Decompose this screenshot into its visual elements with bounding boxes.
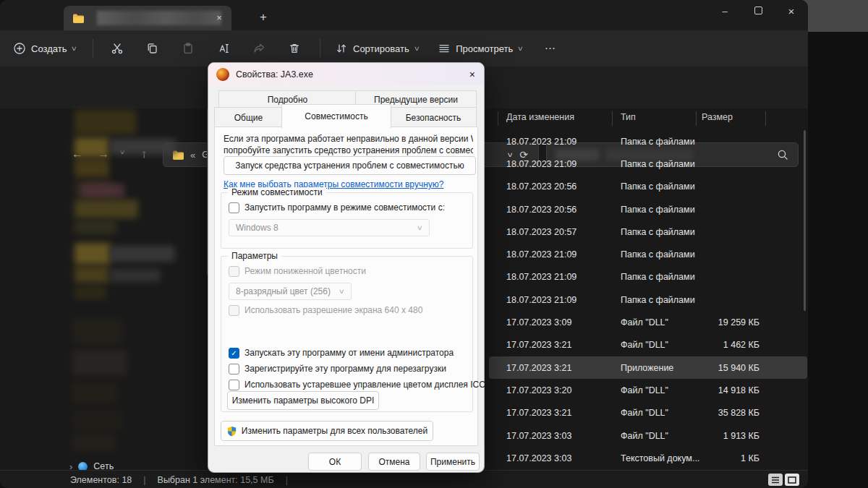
details-view-icon[interactable] <box>768 474 783 486</box>
ok-button[interactable]: ОК <box>308 453 362 471</box>
cancel-button[interactable]: Отмена <box>368 453 420 471</box>
sidebar-censored-item <box>75 200 138 218</box>
selection-info: Выбран 1 элемент: 15,5 МБ <box>158 475 274 485</box>
column-header-size[interactable]: Размер <box>702 112 733 122</box>
all-users-button[interactable]: Изменить параметры для всех пользователе… <box>221 421 433 441</box>
cell-size: 1 КБ <box>702 453 760 463</box>
cell-type: Папка с файлами <box>621 159 702 169</box>
cell-date: 17.07.2023 3:03 <box>506 453 621 463</box>
legacy-icc-checkbox-row[interactable]: Использовать устаревшее управление цвето… <box>229 379 485 390</box>
table-row[interactable]: 17.07.2023 3:09Файл "DLL"19 259 КБ <box>489 311 807 333</box>
minimize-icon[interactable]: – <box>718 6 731 17</box>
title-bar: × + – × <box>0 0 808 30</box>
table-row[interactable]: 18.07.2023 21:09Папка с файлами <box>489 130 807 153</box>
folder-icon <box>72 13 85 23</box>
intro-text-line2: попробуйте запустить средство устранения… <box>224 145 473 156</box>
tab-title-censored <box>97 11 221 25</box>
table-row[interactable]: 17.07.2023 3:21Файл "DLL"35 828 КБ <box>489 402 807 424</box>
table-row[interactable]: 18.07.2023 20:56Папка с файлами <box>489 198 807 221</box>
cell-date: 18.07.2023 21:09 <box>506 295 621 305</box>
copy-icon[interactable] <box>146 42 159 55</box>
run-in-compat-checkbox-row[interactable]: Запустить программу в режиме совместимос… <box>229 202 445 213</box>
table-row[interactable]: 17.07.2023 3:21Приложение15 940 КБ <box>489 356 807 379</box>
dpi-settings-button[interactable]: Изменить параметры высокого DPI <box>227 391 379 410</box>
cell-date: 18.07.2023 21:09 <box>506 159 621 169</box>
new-tab-button[interactable]: + <box>255 9 272 26</box>
table-row[interactable]: 18.07.2023 20:56Папка с файлами <box>489 176 807 198</box>
table-row[interactable]: 18.07.2023 21:09Папка с файлами <box>489 153 807 175</box>
dialog-close-icon[interactable]: × <box>469 69 475 80</box>
table-row[interactable]: 18.07.2023 21:09Папка с файлами <box>489 243 807 265</box>
sidebar-censored-item <box>75 266 109 283</box>
screen: × + – × Создать ∨ <box>0 0 868 488</box>
chevron-down-icon: ∨ <box>339 288 345 295</box>
column-header-type[interactable]: Тип <box>621 112 636 122</box>
checkbox-unchecked[interactable] <box>229 305 239 316</box>
sidebar-censored-item <box>110 139 176 155</box>
sidebar-censored-item <box>75 243 111 265</box>
thumbnails-view-icon[interactable] <box>785 474 799 486</box>
maximize-icon[interactable] <box>752 6 765 17</box>
sidebar-censored-item <box>81 184 124 198</box>
checkbox-unchecked[interactable] <box>229 202 239 213</box>
view-button[interactable]: Просмотреть ∨ <box>438 42 523 55</box>
tab-close-icon[interactable]: × <box>213 12 226 25</box>
cell-type: Папка с файлами <box>621 249 702 260</box>
chevron-down-icon: ∨ <box>417 224 423 231</box>
sidebar-censored-item <box>72 409 123 431</box>
column-separator[interactable] <box>765 111 766 126</box>
sidebar-censored-item <box>110 246 175 262</box>
cell-size: 15 940 КБ <box>702 363 760 373</box>
share-icon[interactable] <box>252 42 265 55</box>
cell-type: Папка с файлами <box>621 227 702 237</box>
cut-icon[interactable] <box>111 42 124 55</box>
more-icon[interactable]: ⋯ <box>545 42 556 55</box>
table-row[interactable]: 17.07.2023 3:21Файл "DLL"1 462 КБ <box>489 334 807 356</box>
list-scrollbar[interactable] <box>804 130 806 311</box>
register-restart-checkbox-row[interactable]: Зарегистрируйте эту программу для переза… <box>229 363 446 374</box>
window-close-icon[interactable]: × <box>785 5 798 17</box>
checkbox-unchecked[interactable] <box>229 380 239 390</box>
app-icon <box>216 68 229 81</box>
tab-compatibility[interactable]: Совместимость <box>281 104 391 128</box>
checkbox-unchecked[interactable] <box>229 364 239 374</box>
rename-icon[interactable] <box>217 42 230 55</box>
table-row[interactable]: 18.07.2023 20:57Папка с файлами <box>489 221 807 243</box>
reduced-color-checkbox-row[interactable]: Режим пониженной цветности <box>229 265 366 277</box>
apply-button[interactable]: Применить <box>426 453 480 471</box>
table-row[interactable]: 17.07.2023 3:03Файл "DLL"1 913 КБ <box>489 424 807 447</box>
tab-general[interactable]: Общие <box>214 107 283 128</box>
dialog-title-bar[interactable]: Свойства: JA3.exe × <box>208 63 484 85</box>
troubleshoot-button[interactable]: Запуск средства устранения проблем с сов… <box>224 156 476 175</box>
color-depth-dropdown[interactable]: 8-разрядный цвет (256) ∨ <box>229 283 352 300</box>
sidebar-censored-item <box>72 350 127 376</box>
cell-type: Файл "DLL" <box>621 385 702 395</box>
column-separator[interactable] <box>612 111 613 126</box>
delete-icon[interactable] <box>288 42 301 55</box>
cell-date: 18.07.2023 21:09 <box>506 137 621 147</box>
intro-text-line1: Если эта программа работает неправильно … <box>224 133 473 145</box>
sort-button[interactable]: Сортировать ∨ <box>335 42 419 55</box>
table-row[interactable]: 18.07.2023 21:09Папка с файлами <box>489 288 807 311</box>
tab-security[interactable]: Безопасность <box>390 107 477 128</box>
explorer-tab[interactable]: × <box>64 6 231 30</box>
low-res-checkbox-row[interactable]: Использовать разрешение экрана 640 x 480 <box>229 304 422 316</box>
table-row[interactable]: 18.07.2023 21:09Папка с файлами <box>489 266 807 288</box>
column-separator[interactable] <box>498 111 498 126</box>
create-button[interactable]: Создать ∨ <box>13 42 77 55</box>
os-dropdown[interactable]: Windows 8 ∨ <box>229 219 430 236</box>
dialog-title: Свойства: JA3.exe <box>236 69 313 80</box>
column-separator[interactable] <box>696 111 697 126</box>
navigation-pane <box>65 107 210 468</box>
chevron-down-icon: ∨ <box>71 45 77 52</box>
run-as-admin-checkbox-row[interactable]: ✓ Запускать эту программу от имени админ… <box>229 347 454 359</box>
checkbox-checked[interactable]: ✓ <box>229 348 239 359</box>
checkbox-label: Зарегистрируйте эту программу для переза… <box>244 364 446 374</box>
checkbox-label: Режим пониженной цветности <box>244 266 366 276</box>
table-row[interactable]: 17.07.2023 3:03Текстовый докум...1 КБ <box>489 447 807 469</box>
column-header-date[interactable]: Дата изменения <box>506 112 574 122</box>
checkbox-unchecked[interactable] <box>229 266 239 277</box>
paste-icon[interactable] <box>182 42 195 55</box>
table-row[interactable]: 17.07.2023 3:20Файл "DLL"14 918 КБ <box>489 379 807 401</box>
cell-type: Файл "DLL" <box>621 340 702 350</box>
